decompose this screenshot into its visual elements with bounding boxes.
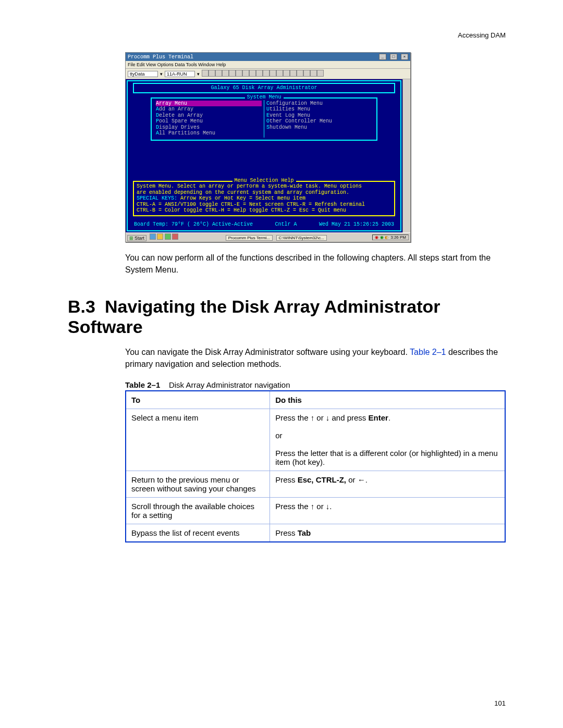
menu-item: Add an Array <box>156 106 262 113</box>
window-taskbar: ⊞ Start Procomm Plus Termi... C:\WINNT\S… <box>126 232 410 242</box>
combo-2: 11A-RUN <box>165 71 195 77</box>
help-line: are enabled depending on the current sys… <box>137 190 391 196</box>
table-cell: Return to the previous menu or screen wi… <box>126 471 270 497</box>
menu-item: Event Log Menu <box>266 113 372 119</box>
menu-item: Shutdown Menu <box>266 125 372 131</box>
table-cell: Press Tab <box>270 524 505 542</box>
menu-item: Display Drives <box>156 125 262 131</box>
table-header-do-this: Do this <box>270 391 505 409</box>
table-cell: Select a menu item <box>126 409 270 471</box>
tray-icons: ◉ <box>375 235 378 240</box>
terminal-screen: Galaxy 65 Disk Array Administrator Syste… <box>126 79 402 232</box>
help-line: SPECIAL KEYS: Arrow Keys or Hot Key = Se… <box>137 195 391 202</box>
table-row: Bypass the list of recent eventsPress Ta… <box>126 524 505 542</box>
help-line: CTRL-B = Color toggle CTRL-H = Help togg… <box>137 207 391 214</box>
table-header-row: To Do this <box>126 391 505 409</box>
taskbar-task-1: Procomm Plus Termi... <box>226 235 273 241</box>
taskbar-task-2: C:\WINNT\System32\c... <box>276 235 327 241</box>
running-header: Accessing DAM <box>458 31 506 39</box>
section-title: Navigating the Disk Array Administrator … <box>68 297 440 337</box>
table-caption: Table 2–1 Disk Array Administrator navig… <box>125 380 506 389</box>
minimize-icon: _ <box>379 54 386 60</box>
terminal-screenshot: Procomm Plus Terminal _ □ × File Edit Vi… <box>125 52 411 242</box>
status-mid: Cntlr A <box>275 221 297 228</box>
table-reference-link[interactable]: Table 2–1 <box>410 348 446 356</box>
menu-item: Delete an Array <box>156 113 262 119</box>
document-page: Accessing DAM Procomm Plus Terminal _ □ … <box>0 0 563 728</box>
menu-item: Utilities Menu <box>266 106 372 113</box>
section-heading: B.3Navigating the Disk Array Administrat… <box>68 297 506 337</box>
status-left: Board Temp: 79°F ( 26°C) Active-Active <box>134 221 253 228</box>
help-box: Menu Selection Help System Menu. Select … <box>133 181 395 216</box>
windows-icon: ⊞ <box>129 236 133 241</box>
system-menu-box: System Menu Array MenuAdd an ArrayDelete… <box>151 97 377 141</box>
table-cell: Press the ↑ or ↓. <box>270 497 505 524</box>
table-cell: Press Esc, CTRL-Z, or ←. <box>270 471 505 497</box>
section-paragraph: You can navigate the Disk Array Administ… <box>125 346 506 370</box>
system-menu-right-col: Configuration MenuUtilities MenuEvent Lo… <box>264 100 374 138</box>
table-cell: Bypass the list of recent events <box>126 524 270 542</box>
help-line: System Menu. Select an array or perform … <box>137 183 391 190</box>
maximize-icon: □ <box>390 54 397 60</box>
tray-icons-2: ◉ <box>380 235 384 240</box>
intro-paragraph: You can now perform all of the functions… <box>125 252 506 276</box>
menu-item: Other Controller Menu <box>266 118 372 125</box>
toolbar-icons <box>202 70 324 78</box>
window-menubar: File Edit View Options Data Tools Window… <box>126 61 410 69</box>
menu-item: All Partitions Menu <box>156 130 262 137</box>
scrollbar <box>402 79 410 232</box>
table-row: Scroll through the available choices for… <box>126 497 505 524</box>
menu-item: Pool Spare Menu <box>156 118 262 125</box>
help-box-title: Menu Selection Help <box>232 178 296 184</box>
combo-1: ttyData <box>128 71 158 77</box>
quicklaunch-icons <box>150 236 179 241</box>
window-control-buttons: _ □ × <box>378 54 408 60</box>
table-cell: Scroll through the available choices for… <box>126 497 270 524</box>
close-icon: × <box>401 54 408 60</box>
page-number: 101 <box>494 699 506 707</box>
menu-item: Array Menu <box>156 101 262 107</box>
tray-icons-3: ◐ <box>385 235 388 240</box>
table-cell: Press the ↑ or ↓ and press Enter.orPress… <box>270 409 505 471</box>
table-row: Select a menu itemPress the ↑ or ↓ and p… <box>126 409 505 471</box>
menu-item: Configuration Menu <box>266 101 372 107</box>
navigation-table: To Do this Select a menu itemPress the ↑… <box>125 390 506 542</box>
status-line: Board Temp: 79°F ( 26°C) Active-Active C… <box>130 220 398 228</box>
start-button: ⊞ Start <box>127 235 146 241</box>
status-right: Wed May 21 15:26:25 2003 <box>319 221 394 228</box>
system-menu-title: System Menu <box>244 94 283 101</box>
terminal-header: Galaxy 65 Disk Array Administrator <box>133 83 395 93</box>
table-row: Return to the previous menu or screen wi… <box>126 471 505 497</box>
system-tray: ◉ ◉ ◐ 3:26 PM <box>372 235 409 240</box>
system-menu-left-col: Array MenuAdd an ArrayDelete an ArrayPoo… <box>154 100 264 138</box>
window-titlebar: Procomm Plus Terminal _ □ × <box>126 53 410 61</box>
help-line: CTRL-A = ANSI/VT100 toggle CTRL-E = Next… <box>137 202 391 208</box>
table-header-to: To <box>126 391 270 409</box>
section-number: B.3 <box>68 297 95 317</box>
window-title: Procomm Plus Terminal <box>128 54 193 60</box>
window-toolbar: ttyData ▾ 11A-RUN ▾ <box>126 69 410 79</box>
